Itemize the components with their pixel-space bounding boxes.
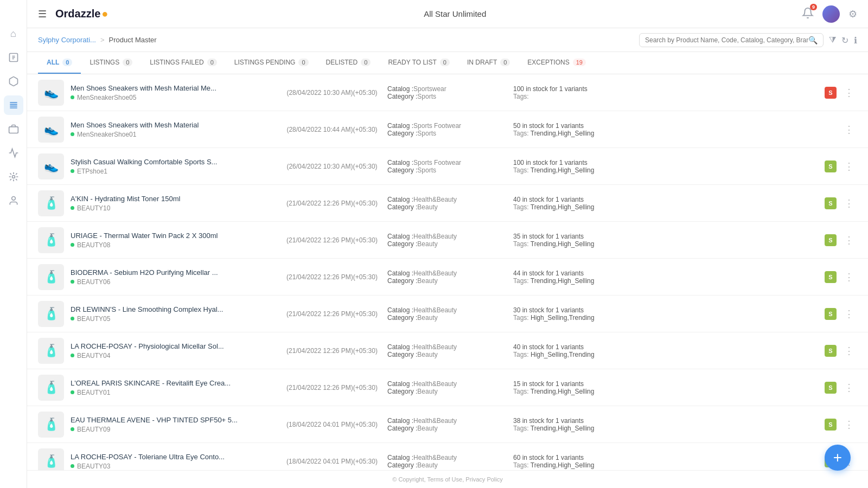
add-fab-button[interactable]: + xyxy=(825,445,851,471)
more-options-button[interactable]: ⋮ xyxy=(841,381,857,395)
stock-info: 40 in stock for 1 variants xyxy=(513,343,818,351)
sidebar-item-analytics[interactable] xyxy=(4,143,23,163)
product-info: BIODERMA - Sebium H2O Purifying Micellar… xyxy=(71,268,277,286)
product-tags: Tags: Trending,High_Selling xyxy=(513,130,834,137)
product-catalog: Catalog :Health&Beauty Category :Beauty xyxy=(387,417,507,432)
more-options-button[interactable]: ⋮ xyxy=(841,196,857,210)
table-row: 🧴 DR LEWINN'S - Line Smoothing Complex H… xyxy=(27,296,868,332)
product-stock: 100 in stock for 1 variants Tags: xyxy=(513,85,818,100)
tab-count-in-draft: 0 xyxy=(500,59,510,66)
sidebar-item-catalog[interactable] xyxy=(4,95,23,115)
tab-count-delisted: 0 xyxy=(361,59,371,66)
filter-icon[interactable]: ⧩ xyxy=(829,35,836,45)
catalog-name: Catalog :Sports Footwear xyxy=(387,122,507,130)
hamburger-icon[interactable]: ☰ xyxy=(38,8,47,20)
tab-all[interactable]: ALL0 xyxy=(38,52,81,74)
status-dot xyxy=(71,206,74,210)
tab-label-all: ALL xyxy=(47,59,59,66)
more-options-button[interactable]: ⋮ xyxy=(841,159,857,174)
table-row: 👟 Stylish Casual Walking Comfortable Spo… xyxy=(27,148,868,185)
product-catalog: Catalog :Health&Beauty Category :Beauty xyxy=(387,306,507,322)
stock-info: 40 in stock for 1 variants xyxy=(513,196,818,203)
sidebar-item-orders[interactable] xyxy=(4,48,23,67)
svg-point-2 xyxy=(12,176,15,178)
product-code: MenSneakerShoe05 xyxy=(77,94,136,101)
product-date: (21/04/2022 12:26 PM)(+05:30) xyxy=(283,310,381,318)
category-name: Category :Beauty xyxy=(387,425,507,432)
product-name: Men Shoes Sneakers with Mesh Material xyxy=(71,121,277,129)
stock-info: 38 in stock for 1 variants xyxy=(513,417,818,425)
catalog-name: Catalog :Health&Beauty xyxy=(387,269,507,277)
status-dot xyxy=(71,243,74,247)
product-info: URIAGE - Thermal Water Twin Pack 2 X 300… xyxy=(71,232,277,249)
shopify-icon-3[interactable]: S xyxy=(825,197,837,209)
product-thumbnail: 🧴 xyxy=(38,264,64,290)
tab-exceptions[interactable]: EXCEPTIONS19 xyxy=(519,52,595,74)
tab-ready-to-list[interactable]: READY TO LIST0 xyxy=(379,52,458,74)
search-icon[interactable]: 🔍 xyxy=(808,36,818,44)
breadcrumb-parent[interactable]: Sylphy Corporati... xyxy=(38,36,96,44)
product-catalog: Catalog :Health&Beauty Category :Beauty xyxy=(387,343,507,358)
settings-icon[interactable]: ⚙ xyxy=(848,8,857,20)
more-options-button[interactable]: ⋮ xyxy=(841,123,857,137)
tab-listings-failed[interactable]: LISTINGS FAILED0 xyxy=(141,52,226,74)
notification-bell[interactable]: 9 xyxy=(802,7,814,21)
shopify-icon-6[interactable]: S xyxy=(825,308,837,320)
tab-count-all: 0 xyxy=(62,59,72,66)
tab-count-listings-pending: 0 xyxy=(298,59,308,66)
catalog-name: Catalog :Health&Beauty xyxy=(387,343,507,351)
sidebar-item-integrations[interactable] xyxy=(4,167,23,187)
more-options-button[interactable]: ⋮ xyxy=(841,307,857,321)
product-name: EAU THERMALE AVENE - VHP TINTED SPF50+ 5… xyxy=(71,416,277,424)
category-name: Category :Beauty xyxy=(387,314,507,322)
sidebar-item-home[interactable]: ⌂ xyxy=(4,24,23,43)
tab-delisted[interactable]: DELISTED0 xyxy=(317,52,380,74)
more-options-button[interactable]: ⋮ xyxy=(841,233,857,247)
product-date: (21/04/2022 12:26 PM)(+05:30) xyxy=(283,384,381,391)
shopify-icon-8[interactable]: S xyxy=(825,382,837,394)
tab-in-draft[interactable]: IN DRAFT0 xyxy=(458,52,519,74)
brand-dot: ● xyxy=(101,8,108,20)
shopify-icon-0[interactable]: S xyxy=(825,87,837,99)
product-tags: Tags: Trending,High_Selling xyxy=(513,166,818,174)
tab-label-listings-failed: LISTINGS FAILED xyxy=(150,59,203,66)
info-icon[interactable]: ℹ xyxy=(854,35,857,46)
more-options-button[interactable]: ⋮ xyxy=(841,418,857,432)
more-options-button[interactable]: ⋮ xyxy=(841,344,857,358)
table-row: 👟 Men Shoes Sneakers with Mesh Material … xyxy=(27,74,868,111)
shopify-icon-5[interactable]: S xyxy=(825,271,837,283)
tab-listings-pending[interactable]: LISTINGS PENDING0 xyxy=(226,52,317,74)
product-date: (18/04/2022 04:01 PM)(+05:30) xyxy=(283,458,381,465)
product-code: BEAUTY01 xyxy=(77,389,110,396)
search-input[interactable] xyxy=(645,36,808,44)
product-info: EAU THERMALE AVENE - VHP TINTED SPF50+ 5… xyxy=(71,416,277,433)
more-options-button[interactable]: ⋮ xyxy=(841,270,857,284)
product-catalog: Catalog :Sportswear Category :Sports xyxy=(387,85,507,100)
sidebar-item-users[interactable] xyxy=(4,191,23,210)
table-row: 🧴 L'OREAL PARIS SKINCARE - Revitalift Ey… xyxy=(27,369,868,406)
product-name: Stylish Casual Walking Comfortable Sport… xyxy=(71,158,277,166)
product-stock: 38 in stock for 1 variants Tags: Trendin… xyxy=(513,417,818,432)
table-row: 🧴 BIODERMA - Sebium H2O Purifying Micell… xyxy=(27,259,868,296)
user-avatar[interactable] xyxy=(822,5,840,23)
status-dot xyxy=(71,390,74,394)
shopify-icon-9[interactable]: S xyxy=(825,419,837,431)
product-stock: 35 in stock for 1 variants Tags: Trendin… xyxy=(513,233,818,248)
sidebar-item-inventory[interactable] xyxy=(4,119,23,139)
more-options-button[interactable]: ⋮ xyxy=(841,86,857,100)
product-code: BEAUTY05 xyxy=(77,315,110,323)
product-date: (21/04/2022 12:26 PM)(+05:30) xyxy=(283,200,381,207)
product-actions: S ⋮ xyxy=(825,381,857,395)
product-stock: 50 in stock for 1 variants Tags: Trendin… xyxy=(513,122,834,137)
tab-count-listings-failed: 0 xyxy=(207,59,217,66)
shopify-icon-4[interactable]: S xyxy=(825,234,837,246)
shopify-icon-7[interactable]: S xyxy=(825,345,837,357)
tab-listings[interactable]: LISTINGS0 xyxy=(81,52,141,74)
category-name: Category :Beauty xyxy=(387,388,507,395)
refresh-icon[interactable]: ↻ xyxy=(841,35,848,46)
shopify-icon-2[interactable]: S xyxy=(825,160,837,172)
sidebar-item-products[interactable] xyxy=(4,72,23,91)
product-code: BEAUTY08 xyxy=(77,241,110,249)
product-code: MenSneakerShoe01 xyxy=(77,131,136,138)
product-actions: S ⋮ xyxy=(825,196,857,210)
